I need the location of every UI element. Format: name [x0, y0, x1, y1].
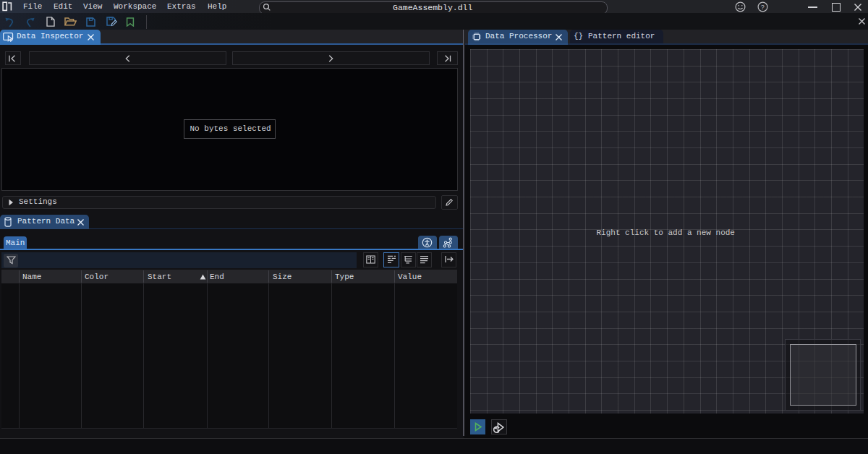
- svg-text:?: ?: [761, 4, 765, 12]
